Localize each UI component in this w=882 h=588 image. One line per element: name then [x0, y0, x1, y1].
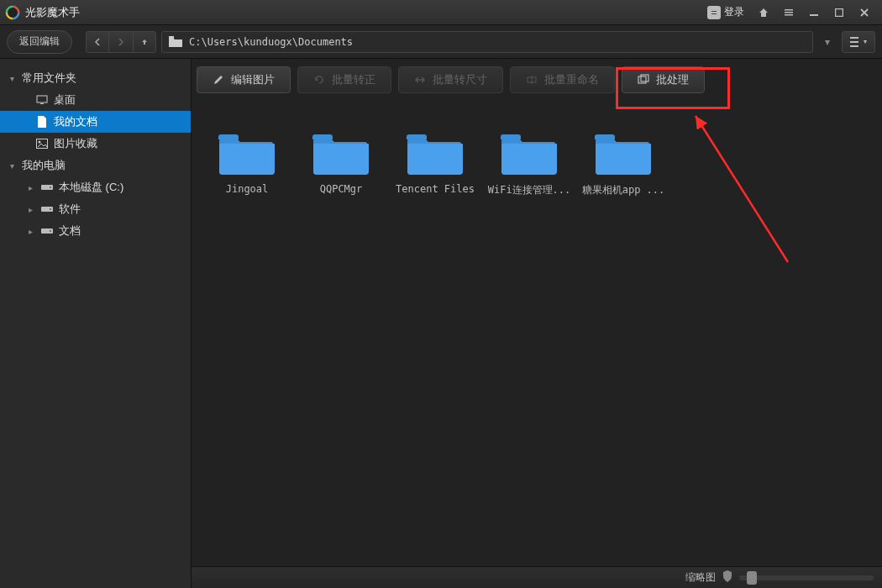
folder-item[interactable]: QQPCMgr — [294, 126, 388, 202]
svg-rect-10 — [850, 41, 858, 43]
folder-label: Tencent Files — [396, 183, 475, 195]
app-logo-icon — [5, 5, 20, 20]
disk-icon — [40, 203, 54, 215]
thumbnail-label: 缩略图 — [685, 570, 716, 585]
user-icon — [707, 6, 721, 19]
chevron-down-icon: ▾ — [864, 38, 867, 45]
folder-grid: Jingoal QQPCMgr Tencent Files WiFi连接管理..… — [192, 101, 882, 588]
login-button[interactable]: 登录 — [701, 3, 751, 21]
view-options-button[interactable]: ▾ — [842, 31, 875, 53]
my-computer-label: 我的电脑 — [22, 158, 66, 173]
sidebar-my-computer[interactable]: ▾ 我的电脑 — [0, 155, 191, 176]
home-button[interactable] — [751, 3, 776, 22]
folder-icon — [169, 36, 182, 47]
expand-icon: ▸ — [25, 227, 35, 236]
batch-rotate-label: 批量转正 — [332, 72, 375, 87]
batch-process-button[interactable]: 批处理 — [622, 66, 705, 93]
expand-icon: ▸ — [25, 183, 35, 192]
path-text: C:\Users\kunduogx\Documents — [189, 36, 353, 48]
svg-rect-7 — [836, 8, 843, 16]
resize-icon — [414, 74, 426, 86]
expand-icon: ▸ — [25, 205, 35, 214]
sidebar-software[interactable]: ▸ 软件 — [0, 198, 191, 220]
rename-icon — [526, 74, 538, 86]
batch-rename-label: 批量重命名 — [544, 72, 599, 87]
path-input[interactable]: C:\Users\kunduogx\Documents — [161, 31, 813, 53]
sidebar-desktop[interactable]: 桌面 — [0, 89, 191, 111]
navbar: 返回编辑 C:\Users\kunduogx\Documents ▾ ▾ — [0, 25, 882, 59]
folder-item[interactable]: Jingoal — [200, 126, 294, 202]
batch-rotate-button[interactable]: 批量转正 — [297, 66, 391, 93]
disk-icon — [40, 181, 54, 193]
disk-icon — [40, 225, 54, 237]
svg-point-17 — [50, 186, 51, 188]
batch-resize-button[interactable]: 批量转尺寸 — [398, 66, 503, 93]
folder-item[interactable]: Tencent Files — [388, 126, 482, 202]
sidebar-my-documents[interactable]: 我的文档 — [0, 111, 191, 133]
svg-point-21 — [50, 230, 51, 232]
folder-label: Jingoal — [226, 183, 269, 195]
path-dropdown-button[interactable]: ▾ — [818, 36, 837, 48]
svg-rect-3 — [785, 9, 793, 11]
software-label: 软件 — [59, 202, 81, 217]
statusbar: 缩略图 — [192, 566, 882, 588]
batch-resize-label: 批量转尺寸 — [433, 72, 487, 87]
svg-rect-9 — [850, 37, 858, 39]
common-folders-label: 常用文件夹 — [22, 71, 76, 86]
maximize-button[interactable] — [827, 3, 852, 22]
svg-rect-24 — [641, 75, 648, 81]
folder-label: 糖果相机app ... — [582, 183, 665, 197]
toolbar: 编辑图片 批量转正 批量转尺寸 批量重命名 批处理 — [192, 59, 882, 101]
nav-forward-button[interactable] — [109, 31, 133, 53]
svg-rect-5 — [785, 14, 793, 16]
zoom-thumb[interactable] — [747, 571, 757, 585]
svg-rect-13 — [40, 103, 44, 104]
my-docs-label: 我的文档 — [54, 114, 97, 129]
shield-icon — [722, 570, 732, 585]
svg-rect-4 — [785, 12, 793, 13]
app-title: 光影魔术手 — [25, 5, 80, 20]
batch-rename-button[interactable]: 批量重命名 — [510, 66, 615, 93]
desktop-icon — [35, 94, 49, 106]
batch-process-label: 批处理 — [656, 72, 689, 87]
pic-collect-label: 图片收藏 — [54, 136, 97, 151]
svg-rect-11 — [850, 45, 858, 47]
sidebar-common-folders[interactable]: ▾ 常用文件夹 — [0, 67, 191, 89]
svg-rect-2 — [711, 13, 717, 14]
nav-up-button[interactable] — [133, 31, 156, 53]
svg-rect-1 — [711, 11, 717, 12]
close-button[interactable] — [852, 3, 877, 22]
sidebar-local-disk-c[interactable]: ▸ 本地磁盘 (C:) — [0, 176, 191, 198]
pencil-icon — [213, 74, 224, 86]
edit-image-label: 编辑图片 — [231, 72, 275, 87]
login-label: 登录 — [724, 5, 744, 19]
folder-label: WiFi连接管理... — [488, 183, 571, 197]
back-edit-label: 返回编辑 — [19, 34, 60, 49]
folder-label: QQPCMgr — [320, 183, 363, 195]
menu-button[interactable] — [776, 3, 801, 22]
docs-label: 文档 — [59, 223, 81, 239]
svg-point-15 — [39, 141, 41, 144]
sidebar-docs[interactable]: ▸ 文档 — [0, 220, 191, 242]
svg-rect-6 — [810, 14, 818, 16]
titlebar: 光影魔术手 登录 — [0, 0, 882, 25]
svg-point-19 — [50, 208, 51, 210]
folder-item[interactable]: 糖果相机app ... — [576, 126, 670, 202]
sidebar-picture-collection[interactable]: 图片收藏 — [0, 133, 191, 155]
rotate-icon — [313, 74, 325, 86]
content-area: 编辑图片 批量转正 批量转尺寸 批量重命名 批处理 — [192, 59, 882, 588]
collapse-icon: ▾ — [7, 161, 17, 171]
image-icon — [35, 138, 49, 150]
folder-item[interactable]: WiFi连接管理... — [482, 126, 576, 202]
zoom-slider[interactable] — [739, 575, 874, 580]
nav-back-button[interactable] — [86, 31, 109, 53]
svg-rect-8 — [169, 36, 174, 39]
collapse-icon: ▾ — [7, 74, 17, 83]
local-disk-label: 本地磁盘 (C:) — [59, 180, 123, 195]
minimize-button[interactable] — [801, 3, 827, 22]
batch-icon — [638, 74, 649, 86]
edit-image-button[interactable]: 编辑图片 — [197, 66, 291, 93]
svg-rect-12 — [37, 96, 47, 102]
svg-rect-23 — [638, 76, 646, 83]
back-to-edit-button[interactable]: 返回编辑 — [7, 30, 72, 54]
